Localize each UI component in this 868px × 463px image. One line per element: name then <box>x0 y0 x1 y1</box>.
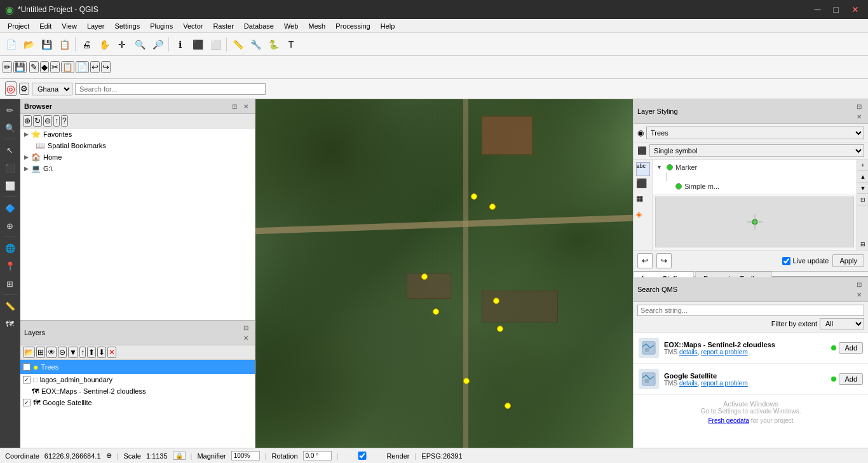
redo-button[interactable]: ↪ <box>101 61 111 73</box>
styling-undo-button[interactable]: ↩ <box>637 253 653 268</box>
left-tool-8[interactable]: 🌐 <box>2 240 18 256</box>
qms-filter-dropdown[interactable]: All Point Line Polygon <box>820 318 864 329</box>
menu-mesh[interactable]: Mesh <box>303 21 330 31</box>
layer-trees[interactable]: ✓ ● Trees <box>20 360 255 374</box>
deselect-button[interactable]: ⬜ <box>207 36 224 53</box>
menu-web[interactable]: Web <box>279 21 303 31</box>
window-controls[interactable]: ─ □ ✕ <box>811 3 863 16</box>
copy-features-button[interactable]: 📋 <box>61 61 74 73</box>
qms-google-details-link[interactable]: details <box>679 380 698 387</box>
browser-item-home[interactable]: ▶ 🏠 Home <box>20 151 255 163</box>
sym-row-marker[interactable]: ▼ Marker <box>655 162 854 172</box>
browser-item-g-drive[interactable]: ▶ 💻 G:\ <box>20 163 255 174</box>
live-update-checkbox[interactable] <box>782 257 790 265</box>
menu-view[interactable]: View <box>57 21 82 31</box>
left-tool-6[interactable]: 🔷 <box>2 200 18 216</box>
browser-close-button[interactable]: ✕ <box>241 101 251 111</box>
left-tool-2[interactable]: 🔍 <box>2 120 18 136</box>
paste-features-button[interactable]: 📄 <box>76 61 89 73</box>
save-project-button[interactable]: 💾 <box>38 36 55 53</box>
browser-float-button[interactable]: ⊡ <box>229 101 240 111</box>
move-layer-down-button[interactable]: ⬇ <box>97 347 106 358</box>
location-search-input[interactable] <box>75 83 266 95</box>
identify-button[interactable]: ℹ <box>172 36 188 53</box>
qms-eox-add-button[interactable]: Add <box>839 342 863 354</box>
browser-item-spatial-bookmarks[interactable]: 📖 Spatial Bookmarks <box>20 140 255 151</box>
print-button[interactable]: 🖨 <box>78 36 95 53</box>
scale-lock-button[interactable]: 🔒 <box>173 452 186 460</box>
layer-eox[interactable]: 🗺 EOX::Maps - Sentinel-2 cloudless <box>20 385 255 397</box>
browser-collapse-button[interactable]: ↑ <box>53 115 60 127</box>
lagos-visibility-checkbox[interactable]: ✓ <box>23 376 31 384</box>
python-button[interactable]: 🐍 <box>265 36 281 53</box>
menu-raster[interactable]: Raster <box>208 21 238 31</box>
left-tool-4[interactable]: ⬛ <box>2 160 18 176</box>
digitize-button[interactable]: ✎ <box>29 61 39 73</box>
layer-google-sat[interactable]: ✓ 🗺 Google Satellite <box>20 397 255 408</box>
layer-lagos[interactable]: ✓ □ lagos_admin_boundary <box>20 374 255 385</box>
map-canvas[interactable] <box>255 99 633 448</box>
browser-refresh-button[interactable]: ↻ <box>33 115 42 127</box>
layer-styling-close-button[interactable]: ✕ <box>854 111 864 121</box>
menu-layer[interactable]: Layer <box>82 21 110 31</box>
new-project-button[interactable]: 📄 <box>3 36 19 53</box>
pan-map-button[interactable]: ✋ <box>96 36 112 53</box>
qms-google-report-link[interactable]: report a problem <box>701 380 747 387</box>
add-group-button[interactable]: ⊞ <box>36 347 45 358</box>
pan-map-arrows-button[interactable]: ✛ <box>114 36 130 53</box>
styling-redo-button[interactable]: ↪ <box>656 253 672 268</box>
activate-location-button[interactable]: ◎ <box>5 81 17 96</box>
menu-help[interactable]: Help <box>376 21 400 31</box>
left-tool-5[interactable]: ⬜ <box>2 177 18 194</box>
live-update-toggle[interactable]: Live update <box>782 257 829 265</box>
fresh-geodata-link[interactable]: Fresh geodata <box>709 417 750 424</box>
layers-float-button[interactable]: ⊡ <box>241 322 251 333</box>
style-abc-button[interactable]: abc <box>636 162 650 176</box>
edit-nodes-button[interactable]: ◆ <box>40 61 49 73</box>
measure-button[interactable]: 📏 <box>229 36 246 53</box>
plugins-button[interactable]: 🔧 <box>247 36 264 53</box>
collapse-layers-button[interactable]: ↑ <box>79 347 86 358</box>
sym-row-simple[interactable]: Simple m... <box>655 181 854 191</box>
qms-close-button[interactable]: ✕ <box>854 289 864 300</box>
menu-settings[interactable]: Settings <box>109 21 145 31</box>
move-layer-up-button[interactable]: ⬆ <box>87 347 96 358</box>
cut-features-button[interactable]: ✂ <box>50 61 60 73</box>
style-scroll-up-button[interactable]: ▲ <box>857 171 868 183</box>
layer-selector-dropdown[interactable]: Trees <box>646 127 864 139</box>
layers-close-button[interactable]: ✕ <box>241 333 251 343</box>
undo-button[interactable]: ↩ <box>90 61 100 73</box>
close-button[interactable]: ✕ <box>848 3 863 16</box>
layer-styling-float-button[interactable]: ⊡ <box>854 101 864 111</box>
left-tool-3[interactable]: ↖ <box>2 142 18 158</box>
browser-help-button[interactable]: ? <box>61 115 68 127</box>
menu-processing[interactable]: Processing <box>330 21 375 31</box>
rotation-input[interactable] <box>303 451 332 460</box>
style-scroll-plus-button[interactable]: + <box>857 160 868 171</box>
menu-plugins[interactable]: Plugins <box>145 21 178 31</box>
left-tool-12[interactable]: 🗺 <box>2 315 18 332</box>
qms-eox-details-link[interactable]: details <box>679 349 698 356</box>
browser-item-favorites[interactable]: ▶ ⭐ Favorites <box>20 128 255 140</box>
minimize-button[interactable]: ─ <box>811 3 825 16</box>
google-sat-visibility-checkbox[interactable]: ✓ <box>23 399 31 406</box>
zoom-out-button[interactable]: 🔎 <box>149 36 166 53</box>
browser-add-button[interactable]: ⊕ <box>23 115 32 127</box>
style-gradient-button[interactable]: ▦ <box>636 194 650 208</box>
apply-button[interactable]: Apply <box>832 254 864 267</box>
left-tool-7[interactable]: ⊕ <box>2 218 18 234</box>
style-scroll-down-button[interactable]: ▼ <box>857 183 868 194</box>
menu-edit[interactable]: Edit <box>34 21 57 31</box>
browser-filter-button[interactable]: ⊝ <box>43 115 52 127</box>
trees-visibility-checkbox[interactable]: ✓ <box>23 363 31 371</box>
left-tool-10[interactable]: ⊞ <box>2 275 18 292</box>
show-tips-button[interactable]: 👁 <box>46 347 57 358</box>
left-tool-1[interactable]: ✏ <box>2 102 18 118</box>
qms-float-button[interactable]: ⊡ <box>854 279 864 289</box>
open-layer-button[interactable]: 📂 <box>23 347 35 358</box>
maximize-button[interactable]: □ <box>830 3 843 16</box>
open-project-button[interactable]: 📂 <box>20 36 37 53</box>
save-edits-button[interactable]: 💾 <box>13 61 27 73</box>
style-cube-button[interactable]: ⬛ <box>636 178 650 192</box>
render-checkbox[interactable] <box>343 452 381 460</box>
